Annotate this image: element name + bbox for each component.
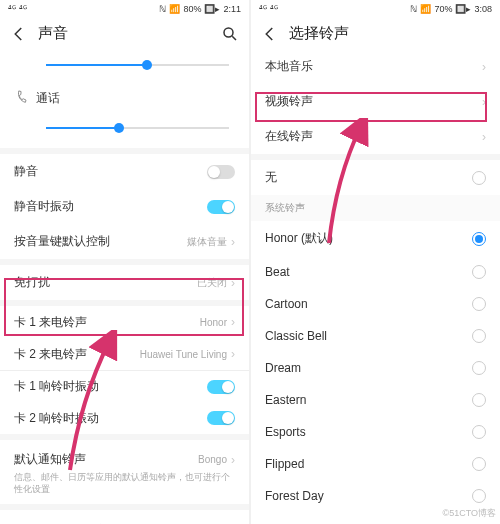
mute-label: 静音 xyxy=(14,163,207,180)
header: 声音 xyxy=(0,18,249,49)
tone-row[interactable]: Flipped xyxy=(251,448,500,480)
chevron-right-icon: › xyxy=(231,347,235,361)
chevron-right-icon: › xyxy=(482,60,486,74)
nfc-icon: ℕ xyxy=(410,4,417,14)
video-label: 视频铃声 xyxy=(265,93,478,110)
media-slider[interactable] xyxy=(46,64,229,66)
radio-beat[interactable] xyxy=(472,265,486,279)
statusbar: ⁴ᴳ ⁴ᴳ ℕ 📶 80% 🔲▸ 2:11 xyxy=(0,0,249,18)
tone-row[interactable]: Beat xyxy=(251,256,500,288)
page-title: 选择铃声 xyxy=(289,24,490,43)
vibrate-mute-toggle[interactable] xyxy=(207,200,235,214)
chevron-right-icon: › xyxy=(231,315,235,329)
call-slider[interactable] xyxy=(46,127,229,129)
tone-row[interactable]: Honor (默认) xyxy=(251,221,500,256)
battery-pct: 70% xyxy=(434,4,452,14)
volkey-row[interactable]: 按音量键默认控制 媒体音量 › xyxy=(0,224,249,259)
radio-honor[interactable] xyxy=(472,232,486,246)
chevron-right-icon: › xyxy=(482,95,486,109)
statusbar: ⁴ᴳ ⁴ᴳ ℕ 📶 70% 🔲▸ 3:08 xyxy=(251,0,500,18)
tone-label: Cartoon xyxy=(265,297,472,311)
tone-label: Beat xyxy=(265,265,472,279)
vibrate-mute-row[interactable]: 静音时振动 xyxy=(0,189,249,224)
radio-flipped[interactable] xyxy=(472,457,486,471)
page-title: 声音 xyxy=(38,24,211,43)
volkey-value: 媒体音量 xyxy=(187,235,227,249)
tone-row[interactable]: Esports xyxy=(251,416,500,448)
none-row[interactable]: 无 xyxy=(251,160,500,195)
signal-icon: ⁴ᴳ ⁴ᴳ xyxy=(8,4,27,14)
sim1-vibrate-row[interactable]: 卡 1 响铃时振动 xyxy=(0,370,249,402)
dnd-row[interactable]: 免打扰 已关闭 › xyxy=(0,265,249,300)
screen-select-ringtone: ⁴ᴳ ⁴ᴳ ℕ 📶 70% 🔲▸ 3:08 选择铃声 本地音乐 › 视频铃声 ›… xyxy=(251,0,500,524)
chevron-right-icon: › xyxy=(231,453,235,467)
local-music-row[interactable]: 本地音乐 › xyxy=(251,49,500,84)
radio-dream[interactable] xyxy=(472,361,486,375)
sim2-value: Huawei Tune Living xyxy=(140,349,227,360)
radio-esports[interactable] xyxy=(472,425,486,439)
sim1-label: 卡 1 来电铃声 xyxy=(14,314,200,331)
sim1-ringtone-row[interactable]: 卡 1 来电铃声 Honor › xyxy=(0,306,249,338)
search-icon[interactable] xyxy=(221,25,239,43)
signal-icon: ⁴ᴳ ⁴ᴳ xyxy=(259,4,278,14)
notif-sub: 信息、邮件、日历等应用的默认通知铃声，也可进行个性化设置 xyxy=(14,472,235,495)
sim1v-label: 卡 1 响铃时振动 xyxy=(14,378,207,395)
system-section: 系统铃声 xyxy=(251,195,500,221)
mute-toggle[interactable] xyxy=(207,165,235,179)
tone-row[interactable]: Dream xyxy=(251,352,500,384)
notif-row[interactable]: 默认通知铃声 Bongo › xyxy=(0,440,249,472)
radio-none[interactable] xyxy=(472,171,486,185)
back-icon[interactable] xyxy=(261,25,279,43)
clock: 2:11 xyxy=(223,4,241,14)
header: 选择铃声 xyxy=(251,18,500,49)
call-slider-row xyxy=(0,116,249,148)
chevron-right-icon: › xyxy=(231,235,235,249)
video-ringtone-row[interactable]: 视频铃声 › xyxy=(251,84,500,119)
battery-pct: 80% xyxy=(183,4,201,14)
sim1v-toggle[interactable] xyxy=(207,380,235,394)
tone-label: Eastern xyxy=(265,393,472,407)
clock: 3:08 xyxy=(474,4,492,14)
sim1-value: Honor xyxy=(200,317,227,328)
media-slider-row xyxy=(0,49,249,81)
dnd-value: 已关闭 xyxy=(197,276,227,290)
tone-label: Flipped xyxy=(265,457,472,471)
vibrate-mute-label: 静音时振动 xyxy=(14,198,207,215)
svg-point-0 xyxy=(224,28,233,37)
none-label: 无 xyxy=(265,169,472,186)
histen-row: Huawei Histen 音效 › xyxy=(0,510,249,524)
sim2-ringtone-row[interactable]: 卡 2 来电铃声 Huawei Tune Living › xyxy=(0,338,249,370)
chevron-right-icon: › xyxy=(231,276,235,290)
radio-classicbell[interactable] xyxy=(472,329,486,343)
radio-cartoon[interactable] xyxy=(472,297,486,311)
tone-label: Honor (默认) xyxy=(265,230,472,247)
chevron-right-icon: › xyxy=(482,130,486,144)
sim2v-label: 卡 2 响铃时振动 xyxy=(14,410,207,427)
sim2-vibrate-row[interactable]: 卡 2 响铃时振动 xyxy=(0,402,249,434)
tone-label: Dream xyxy=(265,361,472,375)
volkey-label: 按音量键默认控制 xyxy=(14,233,187,250)
call-label: 通话 xyxy=(36,90,235,107)
radio-eastern[interactable] xyxy=(472,393,486,407)
online-label: 在线铃声 xyxy=(265,128,478,145)
tone-label: Forest Day xyxy=(265,489,472,503)
tone-row[interactable]: Eastern xyxy=(251,384,500,416)
tone-label: Esports xyxy=(265,425,472,439)
notif-label: 默认通知铃声 xyxy=(14,451,198,468)
watermark: ©51CTO博客 xyxy=(443,507,496,520)
back-icon[interactable] xyxy=(10,25,28,43)
tone-row[interactable]: Cartoon xyxy=(251,288,500,320)
sim2-label: 卡 2 来电铃声 xyxy=(14,346,140,363)
radio-forestday[interactable] xyxy=(472,489,486,503)
call-volume-row: 通话 xyxy=(0,81,249,116)
online-ringtone-row[interactable]: 在线铃声 › xyxy=(251,119,500,154)
tone-row[interactable]: Classic Bell xyxy=(251,320,500,352)
screen-sound-settings: ⁴ᴳ ⁴ᴳ ℕ 📶 80% 🔲▸ 2:11 声音 xyxy=(0,0,249,524)
sim2v-toggle[interactable] xyxy=(207,411,235,425)
nfc-icon: ℕ xyxy=(159,4,166,14)
phone-icon xyxy=(12,88,30,108)
notif-value: Bongo xyxy=(198,454,227,465)
local-label: 本地音乐 xyxy=(265,58,478,75)
dnd-label: 免打扰 xyxy=(14,274,197,291)
mute-row[interactable]: 静音 xyxy=(0,154,249,189)
